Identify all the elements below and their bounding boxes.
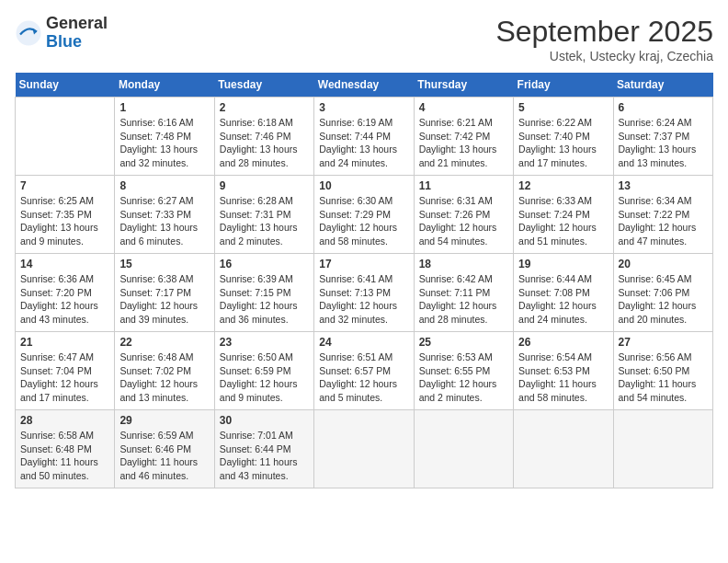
calendar-cell: 13Sunrise: 6:34 AM Sunset: 7:22 PM Dayli… xyxy=(613,176,712,254)
calendar-cell xyxy=(314,410,414,488)
day-number: 17 xyxy=(319,258,408,270)
day-info: Sunrise: 6:54 AM Sunset: 6:53 PM Dayligh… xyxy=(518,350,608,405)
day-number: 6 xyxy=(619,101,708,114)
location-text: Ustek, Ustecky kraj, Czechia xyxy=(495,49,713,63)
day-number: 1 xyxy=(119,101,209,114)
day-info: Sunrise: 6:59 AM Sunset: 6:46 PM Dayligh… xyxy=(119,429,209,483)
logo-text: General Blue xyxy=(46,15,108,52)
day-number: 18 xyxy=(419,258,508,270)
calendar-week-row-5: 28Sunrise: 6:58 AM Sunset: 6:48 PM Dayli… xyxy=(16,410,713,488)
calendar-cell: 25Sunrise: 6:53 AM Sunset: 6:55 PM Dayli… xyxy=(414,332,513,410)
calendar-week-row-1: 1Sunrise: 6:16 AM Sunset: 7:48 PM Daylig… xyxy=(16,98,713,176)
day-info: Sunrise: 6:44 AM Sunset: 7:08 PM Dayligh… xyxy=(518,272,608,327)
calendar-cell: 16Sunrise: 6:39 AM Sunset: 7:15 PM Dayli… xyxy=(214,254,313,332)
day-info: Sunrise: 6:33 AM Sunset: 7:24 PM Dayligh… xyxy=(518,194,608,248)
calendar-cell: 20Sunrise: 6:45 AM Sunset: 7:06 PM Dayli… xyxy=(613,254,712,332)
day-number: 23 xyxy=(220,336,309,349)
calendar-cell: 22Sunrise: 6:48 AM Sunset: 7:02 PM Dayli… xyxy=(115,332,214,410)
day-info: Sunrise: 6:36 AM Sunset: 7:20 PM Dayligh… xyxy=(20,272,109,327)
day-info: Sunrise: 6:27 AM Sunset: 7:33 PM Dayligh… xyxy=(119,194,209,248)
day-info: Sunrise: 6:18 AM Sunset: 7:46 PM Dayligh… xyxy=(220,116,309,170)
calendar-cell: 12Sunrise: 6:33 AM Sunset: 7:24 PM Dayli… xyxy=(514,176,613,254)
logo-blue-text: Blue xyxy=(46,33,108,52)
calendar-cell: 10Sunrise: 6:30 AM Sunset: 7:29 PM Dayli… xyxy=(314,176,414,254)
day-number: 4 xyxy=(419,101,508,114)
calendar-cell: 15Sunrise: 6:38 AM Sunset: 7:17 PM Dayli… xyxy=(115,254,214,332)
calendar-week-row-3: 14Sunrise: 6:36 AM Sunset: 7:20 PM Dayli… xyxy=(16,254,713,332)
calendar-cell: 18Sunrise: 6:42 AM Sunset: 7:11 PM Dayli… xyxy=(414,254,513,332)
calendar-cell: 19Sunrise: 6:44 AM Sunset: 7:08 PM Dayli… xyxy=(514,254,613,332)
calendar-header-row: SundayMondayTuesdayWednesdayThursdayFrid… xyxy=(16,73,713,98)
calendar-cell: 5Sunrise: 6:22 AM Sunset: 7:40 PM Daylig… xyxy=(514,98,613,176)
day-info: Sunrise: 6:47 AM Sunset: 7:04 PM Dayligh… xyxy=(20,350,109,405)
day-info: Sunrise: 6:24 AM Sunset: 7:37 PM Dayligh… xyxy=(619,116,708,170)
calendar-cell: 1Sunrise: 6:16 AM Sunset: 7:48 PM Daylig… xyxy=(115,98,214,176)
day-number: 8 xyxy=(119,179,209,192)
calendar-cell: 17Sunrise: 6:41 AM Sunset: 7:13 PM Dayli… xyxy=(314,254,414,332)
calendar-cell: 4Sunrise: 6:21 AM Sunset: 7:42 PM Daylig… xyxy=(414,98,513,176)
day-number: 22 xyxy=(119,336,209,349)
day-number: 16 xyxy=(220,258,309,270)
day-info: Sunrise: 6:58 AM Sunset: 6:48 PM Dayligh… xyxy=(20,429,109,483)
calendar-week-row-4: 21Sunrise: 6:47 AM Sunset: 7:04 PM Dayli… xyxy=(16,332,713,410)
calendar-cell: 26Sunrise: 6:54 AM Sunset: 6:53 PM Dayli… xyxy=(514,332,613,410)
day-info: Sunrise: 6:28 AM Sunset: 7:31 PM Dayligh… xyxy=(220,194,309,248)
logo-general-text: General xyxy=(46,15,108,33)
logo: General Blue xyxy=(15,15,108,52)
calendar-header-monday: Monday xyxy=(115,73,214,98)
calendar-cell: 8Sunrise: 6:27 AM Sunset: 7:33 PM Daylig… xyxy=(115,176,214,254)
day-info: Sunrise: 6:38 AM Sunset: 7:17 PM Dayligh… xyxy=(119,272,209,327)
calendar-cell: 21Sunrise: 6:47 AM Sunset: 7:04 PM Dayli… xyxy=(16,332,115,410)
day-number: 11 xyxy=(419,179,508,192)
day-number: 2 xyxy=(220,101,309,114)
calendar-cell: 28Sunrise: 6:58 AM Sunset: 6:48 PM Dayli… xyxy=(16,410,115,488)
calendar-cell: 27Sunrise: 6:56 AM Sunset: 6:50 PM Dayli… xyxy=(613,332,712,410)
day-number: 13 xyxy=(619,179,708,192)
day-number: 29 xyxy=(119,414,209,427)
day-info: Sunrise: 6:30 AM Sunset: 7:29 PM Dayligh… xyxy=(319,194,408,248)
day-info: Sunrise: 6:56 AM Sunset: 6:50 PM Dayligh… xyxy=(619,350,708,405)
calendar-cell: 14Sunrise: 6:36 AM Sunset: 7:20 PM Dayli… xyxy=(16,254,115,332)
day-number: 27 xyxy=(619,336,708,349)
page-header: General Blue September 2025 Ustek, Ustec… xyxy=(15,15,713,63)
calendar-cell: 2Sunrise: 6:18 AM Sunset: 7:46 PM Daylig… xyxy=(214,98,313,176)
calendar-cell: 11Sunrise: 6:31 AM Sunset: 7:26 PM Dayli… xyxy=(414,176,513,254)
day-number: 10 xyxy=(319,179,408,192)
day-info: Sunrise: 6:41 AM Sunset: 7:13 PM Dayligh… xyxy=(319,272,408,327)
day-number: 25 xyxy=(419,336,508,349)
calendar-header-friday: Friday xyxy=(514,73,613,98)
calendar-cell: 3Sunrise: 6:19 AM Sunset: 7:44 PM Daylig… xyxy=(314,98,414,176)
calendar-cell xyxy=(514,410,613,488)
day-info: Sunrise: 6:50 AM Sunset: 6:59 PM Dayligh… xyxy=(220,350,309,405)
day-number: 15 xyxy=(119,258,209,270)
calendar-cell: 6Sunrise: 6:24 AM Sunset: 7:37 PM Daylig… xyxy=(613,98,712,176)
day-info: Sunrise: 6:31 AM Sunset: 7:26 PM Dayligh… xyxy=(419,194,508,248)
calendar-cell: 23Sunrise: 6:50 AM Sunset: 6:59 PM Dayli… xyxy=(214,332,313,410)
day-number: 9 xyxy=(220,179,309,192)
day-info: Sunrise: 6:25 AM Sunset: 7:35 PM Dayligh… xyxy=(20,194,109,248)
day-number: 20 xyxy=(619,258,708,270)
calendar-table: SundayMondayTuesdayWednesdayThursdayFrid… xyxy=(15,73,713,488)
day-info: Sunrise: 6:19 AM Sunset: 7:44 PM Dayligh… xyxy=(319,116,408,170)
day-number: 12 xyxy=(518,179,608,192)
day-info: Sunrise: 6:34 AM Sunset: 7:22 PM Dayligh… xyxy=(619,194,708,248)
day-info: Sunrise: 7:01 AM Sunset: 6:44 PM Dayligh… xyxy=(220,429,309,483)
month-title: September 2025 xyxy=(495,15,713,49)
day-info: Sunrise: 6:53 AM Sunset: 6:55 PM Dayligh… xyxy=(419,350,508,405)
title-area: September 2025 Ustek, Ustecky kraj, Czec… xyxy=(495,15,713,63)
logo-icon xyxy=(15,19,42,47)
day-number: 28 xyxy=(20,414,109,427)
calendar-header-saturday: Saturday xyxy=(613,73,712,98)
calendar-cell xyxy=(613,410,712,488)
day-number: 7 xyxy=(20,179,109,192)
day-number: 30 xyxy=(220,414,309,427)
day-info: Sunrise: 6:16 AM Sunset: 7:48 PM Dayligh… xyxy=(119,116,209,170)
calendar-cell xyxy=(414,410,513,488)
day-info: Sunrise: 6:39 AM Sunset: 7:15 PM Dayligh… xyxy=(220,272,309,327)
day-info: Sunrise: 6:48 AM Sunset: 7:02 PM Dayligh… xyxy=(119,350,209,405)
day-number: 5 xyxy=(518,101,608,114)
calendar-week-row-2: 7Sunrise: 6:25 AM Sunset: 7:35 PM Daylig… xyxy=(16,176,713,254)
calendar-cell: 30Sunrise: 7:01 AM Sunset: 6:44 PM Dayli… xyxy=(214,410,313,488)
day-info: Sunrise: 6:42 AM Sunset: 7:11 PM Dayligh… xyxy=(419,272,508,327)
day-info: Sunrise: 6:22 AM Sunset: 7:40 PM Dayligh… xyxy=(518,116,608,170)
